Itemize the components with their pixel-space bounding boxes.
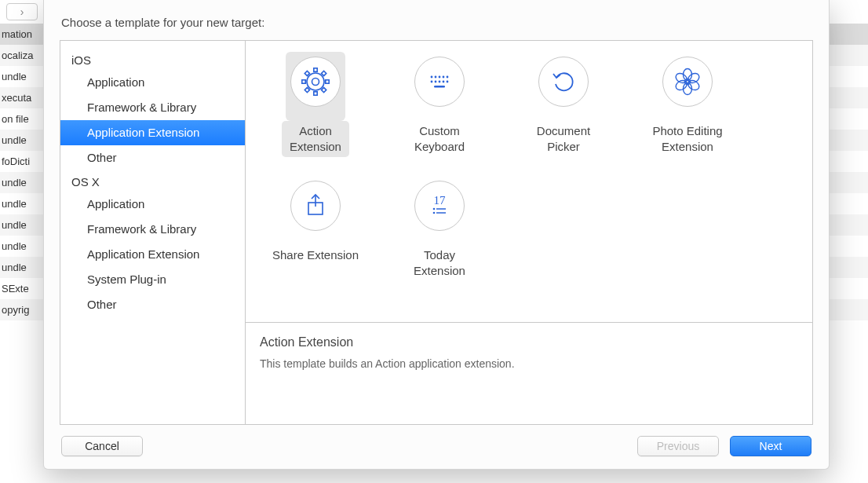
svg-point-14 [447, 76, 449, 79]
svg-point-31 [433, 208, 436, 210]
sidebar-group-os-x: OS X [60, 170, 245, 192]
svg-rect-8 [314, 68, 317, 71]
template-label: Share Extension [264, 245, 367, 265]
sidebar-group-ios: iOS [60, 49, 245, 70]
svg-rect-5 [305, 87, 309, 92]
template-label: Photo EditingExtension [644, 121, 730, 157]
template-panel: iOSApplicationFramework & LibraryApplica… [60, 40, 813, 425]
svg-rect-3 [321, 87, 326, 92]
svg-point-19 [447, 81, 449, 83]
today-icon: 17 [414, 181, 465, 231]
svg-point-15 [431, 81, 433, 83]
sheet-title: Choose a template for your new target: [60, 16, 813, 29]
svg-rect-6 [302, 80, 305, 83]
svg-rect-4 [314, 92, 317, 95]
gear-icon [290, 57, 341, 107]
template-share-extension[interactable]: Share Extension [253, 176, 377, 300]
description-body: This template builds an Action applicati… [260, 357, 798, 370]
share-icon [290, 181, 341, 231]
template-document-picker[interactable]: DocumentPicker [501, 52, 625, 176]
svg-point-18 [443, 81, 445, 83]
sidebar-item-application-extension[interactable]: Application Extension [60, 242, 245, 267]
svg-point-1 [312, 79, 319, 86]
template-sidebar: iOSApplicationFramework & LibraryApplica… [60, 41, 246, 424]
svg-rect-2 [326, 80, 329, 83]
sidebar-item-application[interactable]: Application [60, 192, 245, 217]
svg-point-16 [435, 81, 437, 83]
template-content: ActionExtensionCustomKeyboardDocumentPic… [246, 41, 812, 424]
svg-point-12 [439, 76, 441, 79]
nav-forward-button[interactable]: › [6, 3, 38, 20]
next-button[interactable]: Next [730, 436, 811, 456]
template-action-extension[interactable]: ActionExtension [253, 52, 377, 176]
template-grid: ActionExtensionCustomKeyboardDocumentPic… [246, 41, 812, 322]
svg-point-10 [431, 76, 433, 79]
previous-button[interactable]: Previous [637, 436, 719, 456]
svg-rect-9 [321, 71, 326, 75]
template-description: Action Extension This template builds an… [246, 322, 812, 424]
svg-point-11 [435, 76, 437, 79]
svg-text:17: 17 [434, 194, 447, 207]
template-label: ActionExtension [282, 121, 349, 157]
sidebar-item-other[interactable]: Other [60, 292, 245, 317]
sidebar-item-other[interactable]: Other [60, 145, 245, 170]
keyboard-icon [414, 57, 465, 107]
new-target-sheet: Choose a template for your new target: i… [43, 0, 830, 470]
template-custom-keyboard[interactable]: CustomKeyboard [377, 52, 501, 176]
svg-rect-20 [434, 86, 445, 88]
sheet-footer: Cancel Previous Next [60, 425, 813, 456]
sidebar-item-framework-library[interactable]: Framework & Library [60, 217, 245, 242]
svg-point-33 [433, 212, 436, 214]
svg-point-0 [307, 73, 324, 90]
sidebar-item-framework-library[interactable]: Framework & Library [60, 95, 245, 120]
sidebar-item-system-plug-in[interactable]: System Plug-in [60, 267, 245, 292]
template-label: DocumentPicker [529, 121, 598, 157]
svg-point-17 [439, 81, 441, 83]
chevron-right-icon: › [20, 5, 24, 18]
cancel-button[interactable]: Cancel [61, 436, 143, 456]
svg-point-13 [443, 76, 445, 79]
template-label: CustomKeyboard [407, 121, 472, 157]
template-photo-editing[interactable]: Photo EditingExtension [625, 52, 749, 176]
flower-icon [662, 57, 713, 107]
template-today-extension[interactable]: 17 TodayExtension [377, 176, 501, 300]
svg-rect-7 [305, 71, 309, 75]
template-label: TodayExtension [406, 245, 473, 281]
sidebar-item-application-extension[interactable]: Application Extension [60, 120, 245, 145]
description-title: Action Extension [260, 335, 798, 349]
sidebar-item-application[interactable]: Application [60, 70, 245, 95]
refresh-icon [538, 57, 589, 107]
